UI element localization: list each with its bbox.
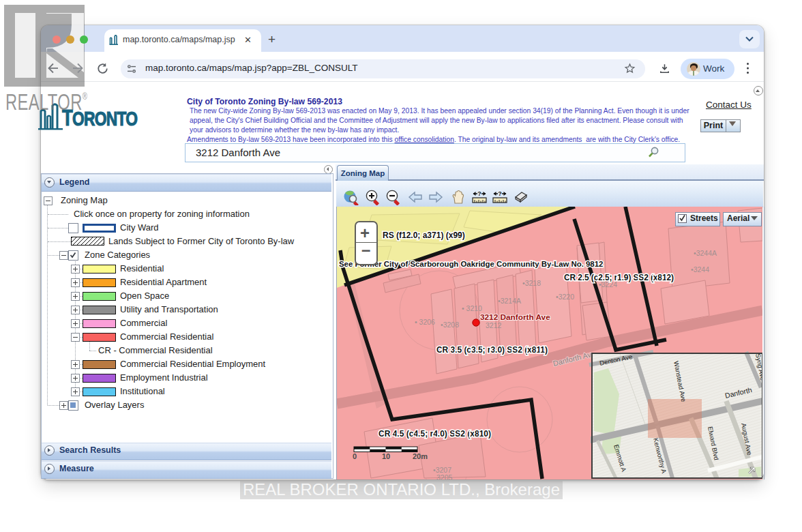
svg-text:RS (f12.0; a371) (x99): RS (f12.0; a371) (x99) [383, 231, 465, 240]
svg-text:?: ? [498, 190, 502, 197]
svg-text:•3244: •3244 [691, 265, 709, 274]
svg-text:3212 Danforth Ave: 3212 Danforth Ave [480, 312, 550, 322]
svg-text:0: 0 [353, 452, 357, 460]
svg-text:•3244A: •3244A [694, 249, 717, 257]
svg-text:20m: 20m [413, 452, 428, 460]
svg-text:3212: 3212 [486, 321, 502, 329]
svg-text:• 3210: • 3210 [462, 304, 482, 312]
svg-text:CR 2.5 (c2.5; r1.9) SS2 (x812): CR 2.5 (c2.5; r1.9) SS2 (x812) [564, 273, 674, 282]
svg-text:?: ? [477, 190, 481, 197]
svg-text:CR 4.5 (c4.5; r4.0) SS2 (x810: CR 4.5 (c4.5; r4.0) SS2 (x810) [378, 429, 491, 439]
svg-text:•3220: •3220 [556, 293, 574, 301]
svg-text:3205: 3205 [436, 473, 453, 479]
svg-text:10: 10 [382, 452, 390, 460]
svg-text:•3218: •3218 [522, 279, 541, 287]
svg-text:• 3206: • 3206 [415, 318, 435, 326]
svg-text:•3214A: •3214A [498, 297, 521, 305]
svg-text:CR 3.5 (c3.5; r3.0) SS2 (x811: CR 3.5 (c3.5; r3.0) SS2 (x811) [436, 345, 548, 355]
svg-text:See Former City of Scarborough: See Former City of Scarborough Oakridge … [339, 260, 603, 268]
svg-text:•3208: •3208 [441, 321, 459, 329]
